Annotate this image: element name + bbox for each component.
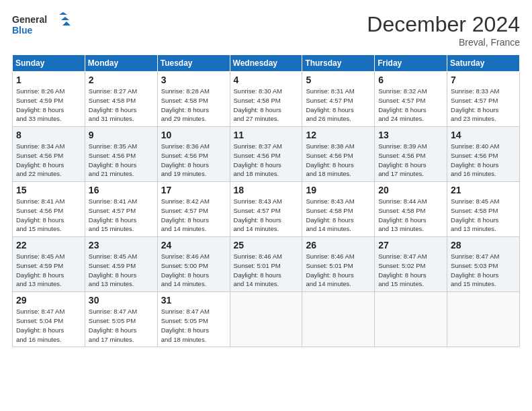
calendar-cell: 23Sunrise: 8:45 AMSunset: 4:59 PMDayligh… [85, 237, 157, 292]
calendar-cell: 11Sunrise: 8:37 AMSunset: 4:56 PMDayligh… [230, 127, 302, 182]
day-info: Sunrise: 8:34 AMSunset: 4:56 PMDaylight:… [16, 142, 81, 179]
day-info: Sunrise: 8:42 AMSunset: 4:57 PMDaylight:… [161, 197, 226, 234]
day-number: 23 [89, 240, 154, 250]
day-number: 6 [378, 75, 443, 85]
day-info: Sunrise: 8:41 AMSunset: 4:57 PMDaylight:… [89, 197, 154, 234]
month-title: December 2024 [367, 12, 520, 37]
day-number: 5 [306, 75, 371, 85]
calendar-cell: 17Sunrise: 8:42 AMSunset: 4:57 PMDayligh… [157, 182, 230, 237]
day-number: 2 [89, 75, 154, 85]
calendar-cell: 12Sunrise: 8:38 AMSunset: 4:56 PMDayligh… [302, 127, 375, 182]
day-info: Sunrise: 8:36 AMSunset: 4:56 PMDaylight:… [161, 142, 226, 179]
calendar-cell: 7Sunrise: 8:33 AMSunset: 4:57 PMDaylight… [447, 72, 520, 127]
day-number: 3 [161, 75, 226, 85]
calendar-table: Sunday Monday Tuesday Wednesday Thursday… [12, 54, 520, 347]
calendar-cell: 15Sunrise: 8:41 AMSunset: 4:56 PMDayligh… [13, 182, 85, 237]
day-info: Sunrise: 8:47 AMSunset: 5:02 PMDaylight:… [378, 252, 443, 289]
calendar-cell: 16Sunrise: 8:41 AMSunset: 4:57 PMDayligh… [85, 182, 157, 237]
page: General Blue December 2024 Breval, Franc… [0, 0, 532, 411]
day-number: 11 [234, 130, 299, 140]
calendar-cell: 19Sunrise: 8:43 AMSunset: 4:58 PMDayligh… [302, 182, 375, 237]
day-info: Sunrise: 8:47 AMSunset: 5:03 PMDaylight:… [451, 252, 516, 289]
day-info: Sunrise: 8:39 AMSunset: 4:56 PMDaylight:… [378, 142, 443, 179]
day-info: Sunrise: 8:47 AMSunset: 5:05 PMDaylight:… [89, 307, 154, 344]
day-info: Sunrise: 8:40 AMSunset: 4:56 PMDaylight:… [451, 142, 516, 179]
day-number: 13 [378, 130, 443, 140]
day-number: 7 [451, 75, 516, 85]
day-number: 30 [89, 295, 154, 306]
header-thursday: Thursday [302, 55, 375, 72]
day-number: 4 [234, 75, 299, 85]
day-info: Sunrise: 8:27 AMSunset: 4:58 PMDaylight:… [89, 87, 154, 124]
calendar-cell [302, 292, 375, 347]
day-info: Sunrise: 8:46 AMSunset: 5:00 PMDaylight:… [161, 252, 226, 289]
day-number: 20 [378, 185, 443, 195]
logo: General Blue [12, 12, 73, 39]
header: General Blue December 2024 Breval, Franc… [12, 12, 520, 48]
calendar-cell: 2Sunrise: 8:27 AMSunset: 4:58 PMDaylight… [85, 72, 157, 127]
day-info: Sunrise: 8:32 AMSunset: 4:57 PMDaylight:… [378, 87, 443, 124]
day-number: 26 [306, 240, 371, 250]
calendar-cell: 31Sunrise: 8:47 AMSunset: 5:05 PMDayligh… [157, 292, 230, 347]
day-number: 9 [89, 130, 154, 140]
calendar-cell: 30Sunrise: 8:47 AMSunset: 5:05 PMDayligh… [85, 292, 157, 347]
location-subtitle: Breval, France [367, 37, 520, 48]
calendar-cell: 3Sunrise: 8:28 AMSunset: 4:58 PMDaylight… [157, 72, 230, 127]
header-wednesday: Wednesday [230, 55, 302, 72]
day-number: 1 [16, 75, 81, 85]
day-number: 15 [16, 185, 81, 195]
day-number: 17 [161, 185, 226, 195]
calendar-week-5: 29Sunrise: 8:47 AMSunset: 5:04 PMDayligh… [13, 292, 520, 347]
calendar-cell: 1Sunrise: 8:26 AMSunset: 4:59 PMDaylight… [13, 72, 85, 127]
calendar-cell [447, 292, 520, 347]
header-monday: Monday [85, 55, 157, 72]
day-info: Sunrise: 8:46 AMSunset: 5:01 PMDaylight:… [306, 252, 371, 289]
day-info: Sunrise: 8:46 AMSunset: 5:01 PMDaylight:… [234, 252, 299, 289]
calendar-cell: 21Sunrise: 8:45 AMSunset: 4:58 PMDayligh… [447, 182, 520, 237]
day-info: Sunrise: 8:41 AMSunset: 4:56 PMDaylight:… [16, 197, 81, 234]
day-number: 10 [161, 130, 226, 140]
day-number: 19 [306, 185, 371, 195]
day-number: 21 [451, 185, 516, 195]
calendar-cell: 24Sunrise: 8:46 AMSunset: 5:00 PMDayligh… [157, 237, 230, 292]
calendar-cell: 10Sunrise: 8:36 AMSunset: 4:56 PMDayligh… [157, 127, 230, 182]
day-info: Sunrise: 8:31 AMSunset: 4:57 PMDaylight:… [306, 87, 371, 124]
calendar-cell: 4Sunrise: 8:30 AMSunset: 4:58 PMDaylight… [230, 72, 302, 127]
day-info: Sunrise: 8:43 AMSunset: 4:58 PMDaylight:… [306, 197, 371, 234]
day-info: Sunrise: 8:45 AMSunset: 4:59 PMDaylight:… [89, 252, 154, 289]
title-block: December 2024 Breval, France [367, 12, 520, 48]
day-number: 12 [306, 130, 371, 140]
calendar-week-3: 15Sunrise: 8:41 AMSunset: 4:56 PMDayligh… [13, 182, 520, 237]
day-info: Sunrise: 8:45 AMSunset: 4:58 PMDaylight:… [451, 197, 516, 234]
calendar-week-2: 8Sunrise: 8:34 AMSunset: 4:56 PMDaylight… [13, 127, 520, 182]
svg-marker-2 [59, 12, 67, 15]
day-number: 8 [16, 130, 81, 140]
calendar-header-row: Sunday Monday Tuesday Wednesday Thursday… [13, 55, 520, 72]
day-info: Sunrise: 8:33 AMSunset: 4:57 PMDaylight:… [451, 87, 516, 124]
day-info: Sunrise: 8:43 AMSunset: 4:57 PMDaylight:… [234, 197, 299, 234]
header-tuesday: Tuesday [157, 55, 230, 72]
calendar-cell: 8Sunrise: 8:34 AMSunset: 4:56 PMDaylight… [13, 127, 85, 182]
header-friday: Friday [375, 55, 447, 72]
calendar-cell: 26Sunrise: 8:46 AMSunset: 5:01 PMDayligh… [302, 237, 375, 292]
day-number: 29 [16, 295, 81, 306]
day-number: 14 [451, 130, 516, 140]
svg-marker-4 [62, 21, 71, 26]
calendar-cell: 18Sunrise: 8:43 AMSunset: 4:57 PMDayligh… [230, 182, 302, 237]
day-info: Sunrise: 8:45 AMSunset: 4:59 PMDaylight:… [16, 252, 81, 289]
svg-text:Blue: Blue [12, 25, 33, 36]
calendar-week-4: 22Sunrise: 8:45 AMSunset: 4:59 PMDayligh… [13, 237, 520, 292]
svg-marker-3 [61, 17, 69, 20]
calendar-cell [230, 292, 302, 347]
svg-text:General: General [12, 14, 47, 25]
day-info: Sunrise: 8:38 AMSunset: 4:56 PMDaylight:… [306, 142, 371, 179]
day-number: 31 [161, 295, 226, 306]
calendar-cell: 9Sunrise: 8:35 AMSunset: 4:56 PMDaylight… [85, 127, 157, 182]
day-info: Sunrise: 8:47 AMSunset: 5:04 PMDaylight:… [16, 307, 81, 344]
calendar-cell: 20Sunrise: 8:44 AMSunset: 4:58 PMDayligh… [375, 182, 447, 237]
logo-svg: General Blue [12, 12, 73, 39]
day-number: 22 [16, 240, 81, 250]
day-info: Sunrise: 8:28 AMSunset: 4:58 PMDaylight:… [161, 87, 226, 124]
calendar-cell: 5Sunrise: 8:31 AMSunset: 4:57 PMDaylight… [302, 72, 375, 127]
calendar-cell: 22Sunrise: 8:45 AMSunset: 4:59 PMDayligh… [13, 237, 85, 292]
